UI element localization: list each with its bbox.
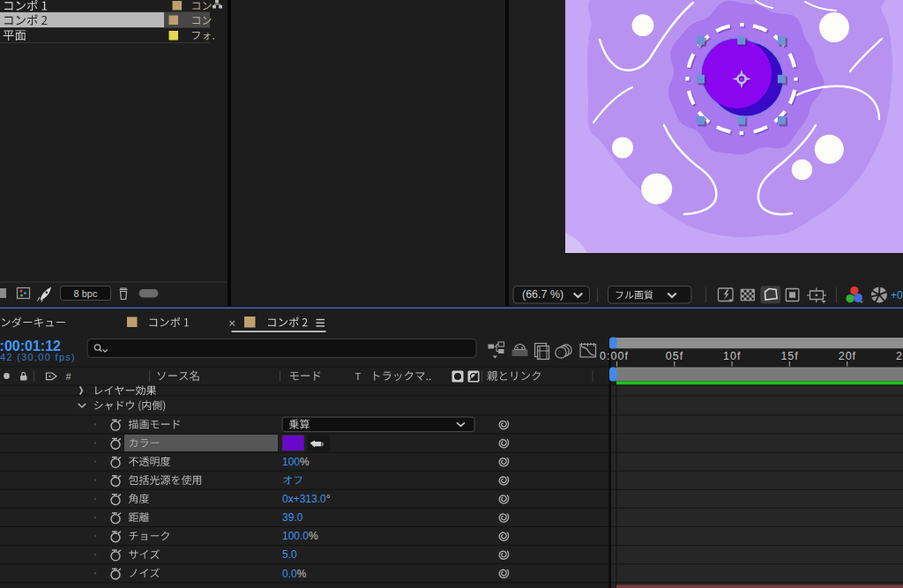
svg-text:42 (30.00 fps): 42 (30.00 fps) [0,352,76,362]
svg-text:100.0%: 100.0% [282,530,318,542]
svg-text:100%: 100% [282,456,310,468]
svg-text:39.0: 39.0 [282,511,303,524]
svg-text:15f: 15f [780,350,798,362]
svg-text:0.0%: 0.0% [282,568,307,580]
svg-text:5.0: 5.0 [282,548,297,561]
svg-text:0:00f: 0:00f [600,350,629,362]
svg-text:10f: 10f [723,350,741,362]
svg-text:25f: 25f [896,350,903,362]
svg-text:05f: 05f [666,350,683,362]
svg-text:20f: 20f [839,350,856,362]
svg-text:#: # [66,371,72,382]
svg-text:0x+313.0°: 0x+313.0° [282,493,331,505]
svg-text:T: T [355,371,362,382]
